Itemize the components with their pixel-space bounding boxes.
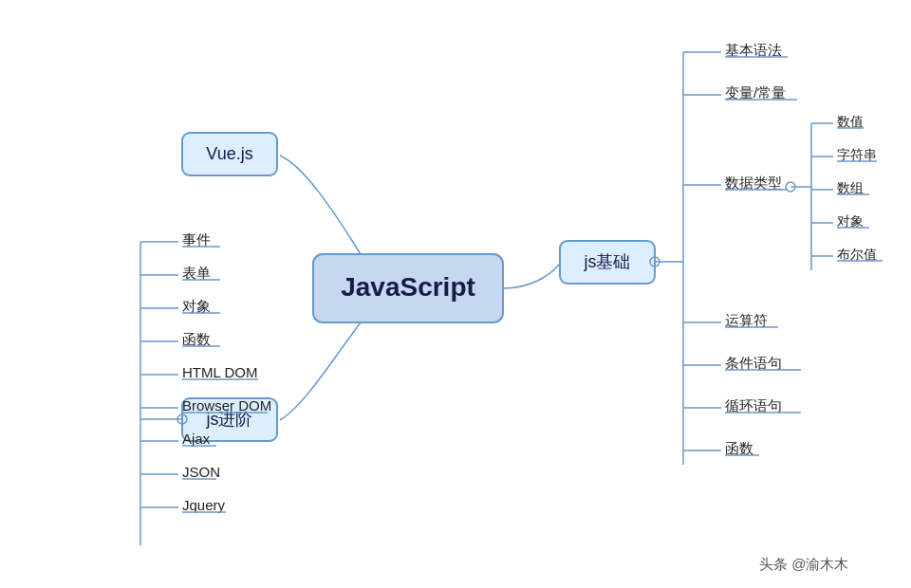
leaf-tiaojian: 条件语句 [725,355,782,371]
leaf-jibenyufa: 基本语法 [725,42,782,58]
jsjichu-label: js基础 [584,252,631,271]
leaf-duixiang2: 对象 [837,213,864,229]
leaf-hanshu: 函数 [182,331,211,347]
leaf-shuzhi: 数值 [837,114,864,129]
leaf-ajax: Ajax [182,431,211,447]
leaf-shujuleixing: 数据类型 [725,175,782,191]
leaf-jquery: Jquery [182,497,226,513]
leaf-shijian: 事件 [182,231,211,248]
leaf-htmldom: HTML DOM [182,364,257,380]
watermark: 头条 @渝木木 [759,556,848,572]
leaf-biaodan: 表单 [182,265,211,281]
center-label: JavaScript [341,272,475,302]
leaf-bianliang: 变量/常量 [725,84,786,101]
leaf-xunhuan: 循环语句 [725,397,782,413]
leaf-buerzhil: 布尔值 [837,247,877,262]
leaf-duixiang: 对象 [182,298,211,314]
leaf-hanshu2: 函数 [725,440,753,456]
leaf-zifuchuan: 字符串 [837,147,877,162]
leaf-yunsuan: 运算符 [725,312,768,328]
leaf-browserdom: Browser DOM [182,397,271,413]
vuejs-label: Vue.js [206,144,252,163]
leaf-shuzhu: 数组 [837,180,864,195]
leaf-json: JSON [182,464,220,480]
